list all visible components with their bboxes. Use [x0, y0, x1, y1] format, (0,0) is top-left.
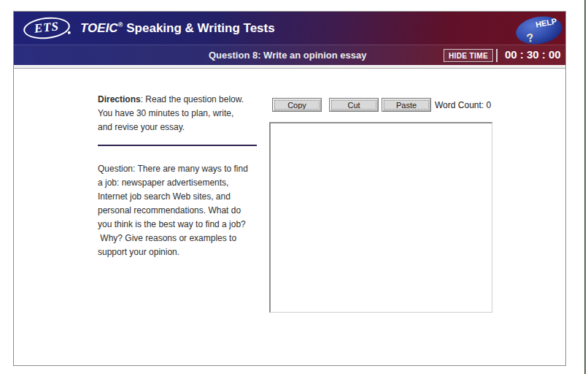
directions-line: Directions: Read the question below.	[98, 93, 273, 107]
help-button-label: HELP	[535, 17, 557, 29]
question-bar: Question 8: Write an opinion essay HIDE …	[14, 45, 565, 65]
registered-mark: ®	[118, 21, 123, 28]
question-line: you think is the best way to find a job?	[98, 218, 280, 232]
hide-time-button[interactable]: HIDE TIME	[444, 49, 493, 62]
header: ETS TOEIC®Speaking & Writing Tests Quest…	[14, 12, 565, 65]
screen-edge-line	[584, 0, 586, 374]
question-line: support your opinion.	[98, 245, 280, 259]
app-title: TOEIC®Speaking & Writing Tests	[80, 21, 275, 36]
question-bar-title: Question 8: Write an opinion essay	[209, 50, 366, 61]
screen: ETS TOEIC®Speaking & Writing Tests Quest…	[0, 0, 588, 374]
ets-logo-text: ETS	[34, 19, 60, 37]
word-count-label: Word Count: 0	[435, 100, 491, 110]
ets-logo: ETS	[23, 15, 71, 42]
directions-divider	[98, 145, 257, 146]
question-line: Question: There are many ways to find	[98, 162, 280, 176]
question-line: a job: newspaper advertisements,	[98, 176, 280, 190]
ets-logo-dot	[68, 31, 71, 34]
directions-label: Directions	[98, 94, 141, 104]
test-window: ETS TOEIC®Speaking & Writing Tests Quest…	[13, 11, 566, 366]
timer-display: 00 : 30 : 00	[505, 48, 561, 61]
copy-button[interactable]: Copy	[272, 98, 322, 112]
question-line: Why? Give reasons or examples to	[98, 232, 280, 245]
directions-line: You have 30 minutes to plan, write,	[98, 107, 273, 121]
cut-button[interactable]: Cut	[329, 98, 379, 112]
app-title-brand: TOEIC	[80, 21, 118, 35]
header-title-row: ETS TOEIC®Speaking & Writing Tests	[14, 12, 565, 45]
content-area: Directions: Read the question below. You…	[14, 69, 565, 365]
directions-line: and revise your essay.	[98, 121, 273, 134]
help-question-mark-icon: ?	[525, 31, 535, 45]
directions-line1-rest: : Read the question below.	[141, 94, 244, 104]
question-line: Internet job search Web sites, and	[98, 190, 280, 204]
question-line: personal recommendations. What do	[98, 204, 280, 218]
paste-button[interactable]: Paste	[382, 98, 431, 112]
app-title-rest: Speaking & Writing Tests	[126, 21, 274, 35]
essay-textarea[interactable]	[269, 122, 492, 313]
timer-separator	[496, 49, 498, 62]
directions-text: Directions: Read the question below. You…	[98, 93, 273, 134]
question-text: Question: There are many ways to find a …	[98, 162, 280, 259]
